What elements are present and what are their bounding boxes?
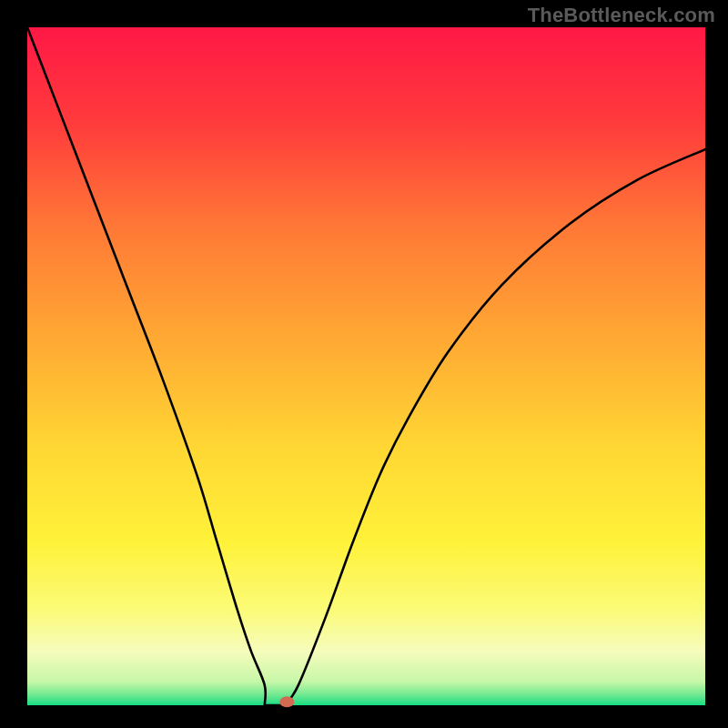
bottleneck-chart — [0, 0, 728, 728]
chart-frame: TheBottleneck.com — [0, 0, 728, 728]
optimal-marker — [279, 696, 294, 707]
plot-background — [27, 27, 705, 705]
